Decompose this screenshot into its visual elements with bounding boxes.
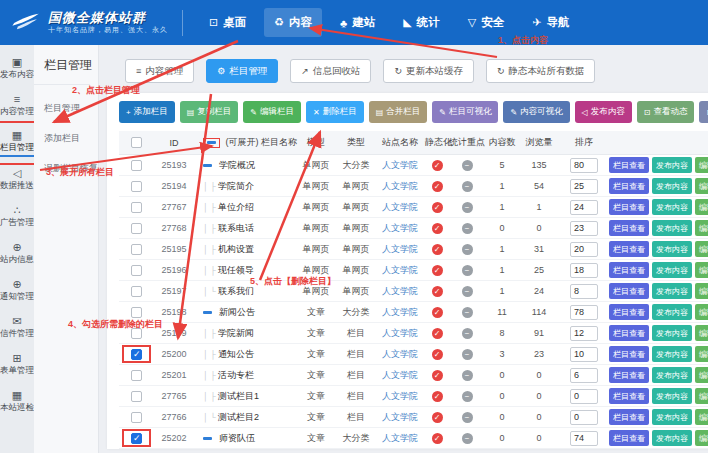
row-checkbox[interactable] [131,349,142,360]
static-enabled-icon[interactable] [432,223,443,234]
action-button[interactable]: ▤ 复制栏目 [180,101,239,123]
edit-button[interactable]: 编辑 [695,304,708,320]
action-button[interactable]: ✎ 栏目可视化 [432,101,498,123]
view-column-button[interactable]: 栏目查看 [609,157,649,173]
view-column-button[interactable]: 栏目查看 [609,241,649,257]
publish-content-button[interactable]: 发布内容 [652,367,692,383]
stat-focus-icon[interactable] [462,307,473,318]
site-name-link[interactable]: 人文学院 [382,160,418,170]
sidebar-item[interactable]: ⊕ 站内信息 [0,236,34,272]
site-name-link[interactable]: 人文学院 [382,307,418,317]
sidebar-item[interactable]: ⊞ 表单管理 [0,347,34,383]
row-checkbox[interactable] [131,223,142,234]
sort-input[interactable] [570,368,598,383]
sort-input[interactable] [570,263,598,278]
view-column-button[interactable]: 栏目查看 [609,199,649,215]
stat-focus-icon[interactable] [462,370,473,381]
sidebar-item[interactable]: ✉ 信件管理 [0,310,34,346]
top-nav-item[interactable]: ♣ 建站 [330,8,385,37]
edit-button[interactable]: 编辑 [695,388,708,404]
static-enabled-icon[interactable] [432,160,443,171]
site-name-link[interactable]: 人文学院 [382,349,418,359]
tab[interactable]: ≡ 内容管理 [125,59,194,83]
collapse-minus-icon[interactable] [203,437,212,440]
sort-input[interactable] [570,410,598,425]
top-nav-item[interactable]: ▽ 安全 [458,8,514,37]
stat-focus-icon[interactable] [462,244,473,255]
sub-sidebar-item[interactable]: 误删栏目恢复 [44,153,98,183]
sort-input[interactable] [570,179,598,194]
sort-input[interactable] [570,158,598,173]
site-name-link[interactable]: 人文学院 [382,370,418,380]
edit-button[interactable]: 编辑 [695,241,708,257]
tab[interactable]: ↻ 更新本站缓存 [383,59,474,83]
sidebar-item[interactable]: ◁ 数据推送 [0,162,34,198]
stat-focus-icon[interactable] [462,286,473,297]
action-button[interactable]: ⊡ 查看静态 [699,101,708,123]
sort-input[interactable] [570,284,598,299]
static-enabled-icon[interactable] [432,307,443,318]
publish-content-button[interactable]: 发布内容 [652,346,692,362]
publish-content-button[interactable]: 发布内容 [652,430,692,446]
publish-content-button[interactable]: 发布内容 [652,157,692,173]
expand-all-minus-icon[interactable] [207,141,216,144]
edit-button[interactable]: 编辑 [695,409,708,425]
edit-button[interactable]: 编辑 [695,346,708,362]
stat-focus-icon[interactable] [462,328,473,339]
publish-content-button[interactable]: 发布内容 [652,388,692,404]
site-name-link[interactable]: 人文学院 [382,391,418,401]
sidebar-item[interactable]: ▦ 栏目管理 [0,125,34,161]
collapse-minus-icon[interactable] [203,311,212,314]
top-nav-item[interactable]: ✈ 导航 [522,8,579,37]
collapse-minus-icon[interactable] [203,164,212,167]
row-checkbox[interactable] [131,328,142,339]
view-column-button[interactable]: 栏目查看 [609,346,649,362]
top-nav-item[interactable]: ◣ 统计 [393,8,449,37]
site-name-link[interactable]: 人文学院 [382,202,418,212]
sort-input[interactable] [570,326,598,341]
site-name-link[interactable]: 人文学院 [382,181,418,191]
edit-button[interactable]: 编辑 [695,220,708,236]
action-button[interactable]: ◁ 发布内容 [575,101,632,123]
stat-focus-icon[interactable] [462,349,473,360]
publish-content-button[interactable]: 发布内容 [652,178,692,194]
static-enabled-icon[interactable] [432,349,443,360]
tab[interactable]: ↗ 信息回收站 [290,59,371,83]
sort-input[interactable] [570,389,598,404]
site-name-link[interactable]: 人文学院 [382,244,418,254]
top-nav-item[interactable]: ♻ 内容 [264,8,322,37]
site-name-link[interactable]: 人文学院 [382,412,418,422]
row-checkbox[interactable] [131,391,142,402]
row-checkbox[interactable] [131,181,142,192]
publish-content-button[interactable]: 发布内容 [652,241,692,257]
static-enabled-icon[interactable] [432,181,443,192]
view-column-button[interactable]: 栏目查看 [609,367,649,383]
sort-input[interactable] [570,305,598,320]
stat-focus-icon[interactable] [462,391,473,402]
view-column-button[interactable]: 栏目查看 [609,388,649,404]
row-checkbox[interactable] [131,202,142,213]
edit-button[interactable]: 编辑 [695,430,708,446]
row-checkbox[interactable] [131,265,142,276]
top-nav-item[interactable]: ⊡ 桌面 [199,8,256,37]
sort-input[interactable] [570,200,598,215]
tab[interactable]: ↻ 静态本站所有数据 [486,59,596,83]
sidebar-item[interactable]: ≡ 内容管理 [0,88,34,124]
publish-content-button[interactable]: 发布内容 [652,199,692,215]
sort-input[interactable] [570,221,598,236]
view-column-button[interactable]: 栏目查看 [609,262,649,278]
sub-sidebar-item[interactable]: 栏目管理 [44,93,98,123]
sidebar-item[interactable]: ▣ 发布内容 [0,51,34,87]
static-enabled-icon[interactable] [432,202,443,213]
publish-content-button[interactable]: 发布内容 [652,409,692,425]
sub-sidebar-item[interactable]: 添加栏目 [44,123,98,153]
action-button[interactable]: ▤ 合并栏目 [369,101,428,123]
row-checkbox[interactable] [131,370,142,381]
tab[interactable]: ⚙ 栏目管理 [206,59,278,83]
publish-content-button[interactable]: 发布内容 [652,262,692,278]
sort-input[interactable] [570,431,598,446]
edit-button[interactable]: 编辑 [695,367,708,383]
edit-button[interactable]: 编辑 [695,262,708,278]
static-enabled-icon[interactable] [432,265,443,276]
stat-focus-icon[interactable] [462,181,473,192]
